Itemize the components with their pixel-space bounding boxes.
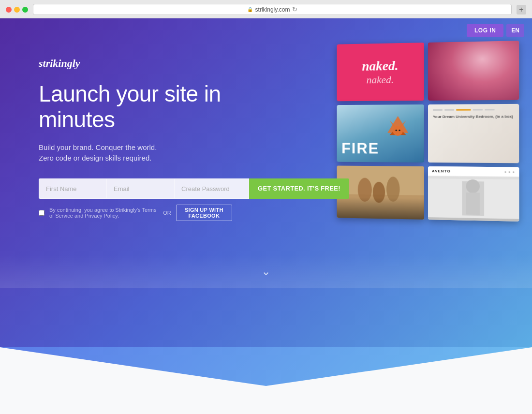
nav-dot [473, 109, 483, 110]
brand-logo: strikingly [39, 57, 232, 70]
svg-point-6 [399, 130, 400, 131]
bw-brand: AVENTO [432, 169, 451, 173]
password-input[interactable] [174, 178, 249, 199]
or-divider: OR [163, 210, 171, 216]
flowers-decor [428, 41, 519, 101]
thumbnail-bw-fashion: AVENTO ● ● ● [428, 166, 519, 222]
close-button[interactable] [6, 7, 12, 13]
login-button[interactable]: LOG IN [467, 24, 503, 37]
get-started-button[interactable]: GET STARTED. IT'S FREE! [249, 178, 349, 199]
reload-icon: ↻ [292, 6, 297, 13]
subtext-line1: Build your brand. Conquer the world. [39, 142, 232, 153]
traffic-lights [6, 7, 28, 13]
hero-subtext: Build your brand. Conquer the world. Zer… [39, 142, 232, 164]
language-selector[interactable]: EN [506, 24, 524, 37]
hero-bottom-divider [0, 347, 532, 386]
hero-nav: LOG IN EN [0, 18, 532, 43]
first-name-input[interactable] [39, 178, 106, 199]
thumbnail-naked: naked. naked. [337, 43, 424, 101]
bw-nav-items: ● ● ● [504, 170, 515, 173]
bw-body [428, 176, 519, 222]
terms-text: By continuing, you agree to Strikingly's… [49, 207, 158, 219]
preview-thumbnails: naked. naked. FIRE [337, 41, 519, 222]
nav-dot [485, 109, 495, 110]
form-footer: By continuing, you agree to Strikingly's… [39, 205, 232, 221]
address-bar[interactable]: 🔒 strikingly.com ↻ [33, 4, 512, 15]
svg-point-5 [395, 130, 397, 131]
minimize-button[interactable] [14, 7, 20, 13]
bw-model-svg [428, 176, 519, 222]
fullscreen-button[interactable] [22, 7, 28, 13]
url-text: strikingly.com [255, 6, 290, 13]
nav-dot [444, 109, 454, 111]
fashion-overlay [337, 197, 424, 220]
hero-content: strikingly Launch your site in minutes B… [0, 43, 271, 240]
naked-title: naked. [362, 58, 398, 74]
thumbnail-fashion [337, 166, 424, 220]
signup-form: GET STARTED. IT'S FREE! [39, 178, 232, 199]
facebook-signup-button[interactable]: SIGN UP WITH FACEBOOK [176, 205, 232, 221]
thumbnail-bedroom: Your Dream University Bedroom, (in a box… [428, 104, 519, 163]
page: LOG IN EN naked. naked. [0, 18, 532, 414]
email-input[interactable] [106, 178, 174, 199]
svg-point-2 [393, 126, 403, 136]
lock-icon: 🔒 [247, 7, 253, 12]
hero-headline: Launch your site in minutes [39, 81, 232, 133]
nav-dot-active [456, 109, 471, 111]
bottom-section: Trusted by millions of entrepreneurs and… [0, 386, 532, 414]
fire-text: FIRE [341, 140, 379, 158]
scroll-down-icon[interactable]: ⌄ [261, 265, 271, 278]
bedroom-title: Your Dream University Bedroom, (in a box… [433, 114, 514, 119]
bw-nav: AVENTO ● ● ● [428, 166, 519, 177]
new-tab-button[interactable]: + [517, 5, 526, 15]
browser-chrome: 🔒 strikingly.com ↻ + [0, 0, 532, 18]
terms-checkbox[interactable] [39, 210, 44, 216]
thumbnail-fire: FIRE [337, 104, 424, 163]
chevron-section: ⌄ [0, 255, 532, 288]
hero-section: LOG IN EN naked. naked. [0, 18, 532, 347]
nav-dot [433, 109, 443, 111]
naked-subtitle: naked. [367, 74, 394, 86]
fox-illustration [381, 112, 414, 146]
thumbnail-flowers [428, 41, 519, 101]
bedroom-nav [433, 109, 514, 111]
svg-rect-15 [466, 192, 479, 215]
subtext-line2: Zero code or design skills required. [39, 153, 232, 164]
